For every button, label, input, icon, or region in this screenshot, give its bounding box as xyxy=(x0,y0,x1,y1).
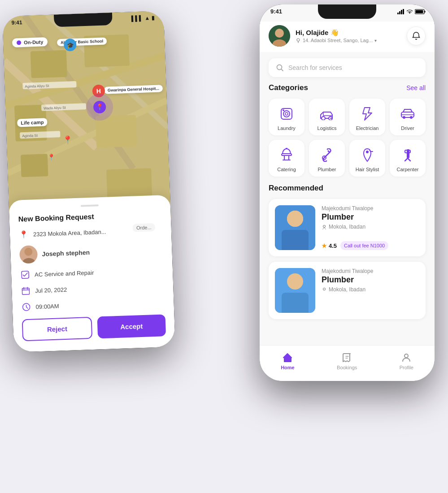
booking-service-row: AC Service and Repair xyxy=(20,265,164,280)
category-laundry[interactable]: Laundry xyxy=(269,99,304,135)
category-logistics[interactable]: Logistics xyxy=(309,99,345,135)
chevron-icon: ▾ xyxy=(374,38,377,43)
reject-button[interactable]: Reject xyxy=(22,317,93,341)
search-bar[interactable]: Search for services xyxy=(269,58,426,77)
provider-location-1: Mokola, Ibadan xyxy=(322,224,419,230)
user-avatar xyxy=(269,25,290,47)
svg-point-31 xyxy=(275,29,284,38)
svg-point-38 xyxy=(283,109,284,111)
svg-point-43 xyxy=(410,116,413,119)
app-header: Hi, Olajide 👋 14. Adaobi Street, Sango, … xyxy=(260,22,435,52)
laundry-icon xyxy=(278,106,295,122)
phone-left: 9:41 ▌▌▌ ▲ ▮ xyxy=(2,11,175,352)
home-icon xyxy=(282,352,293,363)
category-electrician[interactable]: Electrician xyxy=(349,99,385,135)
category-carpenter[interactable]: Carpenter xyxy=(390,140,426,177)
greeting-text: Hi, Olajide 👋 xyxy=(296,29,401,37)
service-icon xyxy=(20,270,30,280)
bookings-icon xyxy=(342,352,352,363)
app-scroll-content[interactable]: Hi, Olajide 👋 14. Adaobi Street, Sango, … xyxy=(260,22,435,345)
booking-actions: Reject Accept xyxy=(22,314,166,341)
status-bar-right: 9:41 xyxy=(270,8,426,15)
category-catering[interactable]: Catering xyxy=(269,140,304,177)
laundry-label: Laundry xyxy=(278,125,296,131)
svg-text:Wada Aliyu St: Wada Aliyu St xyxy=(43,106,66,111)
booking-date-row: Jul 20, 2022 xyxy=(21,281,165,296)
svg-point-39 xyxy=(322,117,325,120)
search-placeholder: Search for services xyxy=(288,64,342,71)
booking-address: 2323 Mokola Area, Ibadan... xyxy=(33,228,106,238)
time-left: 9:41 xyxy=(11,19,22,26)
location-pin-2: 📍 xyxy=(48,154,56,161)
provider-name-small-1: Majekodumi Tiwalope xyxy=(322,205,419,212)
svg-rect-26 xyxy=(403,9,404,14)
svg-point-18 xyxy=(24,247,33,256)
svg-point-36 xyxy=(283,111,290,117)
bottom-navigation: Home Bookings Profile xyxy=(260,345,435,381)
nav-profile[interactable]: Profile xyxy=(391,349,422,374)
categories-section: Categories See all Laundry xyxy=(260,83,435,177)
booking-sheet: New Booking Request Orde... 📍 2323 Mokol… xyxy=(9,195,175,352)
location-icon-1 xyxy=(322,224,327,229)
see-all-button[interactable]: See all xyxy=(406,84,426,91)
svg-point-52 xyxy=(287,211,303,227)
svg-rect-21 xyxy=(22,288,29,295)
driver-icon xyxy=(400,106,416,122)
on-duty-badge: On-Duty xyxy=(12,37,48,48)
recommended-card-2[interactable]: Majekodumi Tiwalope Plumber Mokola, Ibad… xyxy=(269,262,426,319)
rating-1: ★ 4.5 xyxy=(322,242,337,249)
user-info: Hi, Olajide 👋 14. Adaobi Street, Sango, … xyxy=(296,29,401,43)
on-duty-text: On-Duty xyxy=(24,39,43,45)
svg-text:Aginda St: Aginda St xyxy=(22,134,38,138)
nav-bookings[interactable]: Bookings xyxy=(328,349,366,374)
provider-photo-1 xyxy=(275,205,315,250)
signal-icons-right xyxy=(397,9,426,14)
signal-bars xyxy=(397,9,405,14)
category-driver[interactable]: Driver xyxy=(390,99,426,135)
profile-nav-label: Profile xyxy=(400,365,413,370)
electrician-label: Electrician xyxy=(356,125,379,131)
driver-label: Driver xyxy=(401,125,414,131)
provider-info-2: Majekodumi Tiwalope Plumber Mokola, Ibad… xyxy=(322,268,419,313)
notification-bell-button[interactable] xyxy=(407,26,426,45)
nav-home[interactable]: Home xyxy=(272,349,304,374)
accept-button[interactable]: Accept xyxy=(97,314,166,338)
main-location-pin: 📍 xyxy=(86,93,113,121)
location-row[interactable]: 14. Adaobi Street, Sango, Lag... ▾ xyxy=(296,38,401,43)
wifi-icon-right xyxy=(406,9,413,14)
order-badge: Orde... xyxy=(133,223,155,232)
svg-point-42 xyxy=(403,116,405,119)
on-duty-indicator xyxy=(17,40,21,45)
carpenter-label: Carpenter xyxy=(397,167,419,172)
provider-info-1: Majekodumi Tiwalope Plumber Mokola, Ibad… xyxy=(322,205,419,250)
recommended-section: Recommended Majekodumi Tiwalope Plumber xyxy=(260,184,435,319)
lifecamp-label: Life camp xyxy=(17,118,48,127)
provider-role-1: Plumber xyxy=(322,212,419,222)
provider-photo-2 xyxy=(275,268,315,313)
location-text: 14. Adaobi Street, Sango, Lag... xyxy=(303,38,373,43)
booking-date: Jul 20, 2022 xyxy=(35,286,67,294)
plumber-icon xyxy=(319,147,335,163)
provider-location-2: Mokola, Ibadan xyxy=(322,286,419,293)
rating-value-1: 4.5 xyxy=(329,242,337,249)
battery-icon-right xyxy=(415,9,426,14)
svg-point-33 xyxy=(297,39,300,41)
svg-text:Aginda Aliyu St: Aginda Aliyu St xyxy=(25,84,49,89)
fee-badge-1: Call out fee N1000 xyxy=(340,241,388,250)
battery-icon: ▮ xyxy=(152,15,155,21)
person-name: Joseph stephen xyxy=(42,249,90,258)
svg-rect-24 xyxy=(399,11,400,14)
person-avatar xyxy=(19,245,38,264)
categories-grid: Laundry Logistics Electrician xyxy=(269,99,426,177)
category-plumber[interactable]: Plumber xyxy=(309,140,345,177)
recommended-title: Recommended xyxy=(269,184,323,193)
location-pin-1: 📍 xyxy=(62,135,73,145)
bell-icon xyxy=(412,31,421,40)
recommended-card-1[interactable]: Majekodumi Tiwalope Plumber Mokola, Ibad… xyxy=(269,199,426,256)
category-hair-stylist[interactable]: Hair Stylist xyxy=(349,140,385,177)
booking-person-row: Joseph stephen xyxy=(19,241,163,264)
svg-rect-6 xyxy=(30,50,67,78)
catering-icon xyxy=(278,147,295,163)
signal-icon: ▌▌▌ xyxy=(131,15,143,22)
location-icon: 📍 xyxy=(19,229,29,240)
